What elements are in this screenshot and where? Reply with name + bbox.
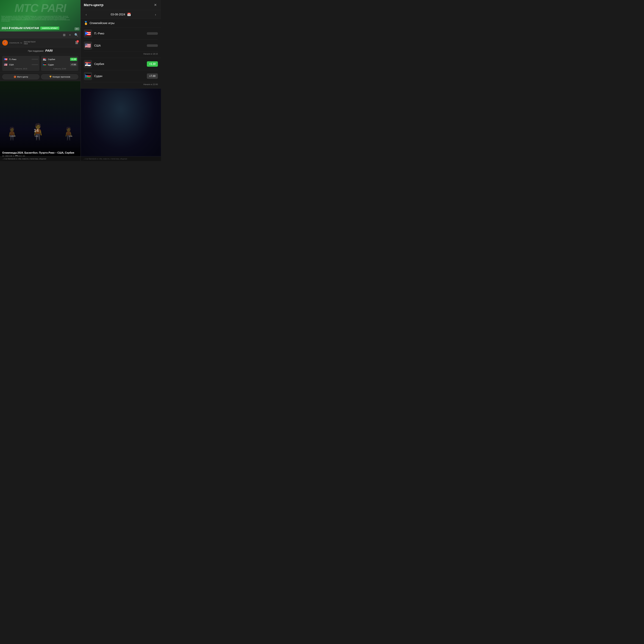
banner-promo-btn[interactable]: ЗАБРАТЬ ФРИБЕТ — [40, 27, 59, 30]
banner: МТС РАRI Реклама. Рекламодатель: ООО «БК… — [0, 0, 81, 31]
detail-flag-usa: 🇺🇸 — [84, 42, 92, 50]
left-panel: МТС РАRI Реклама. Рекламодатель: ООО «БК… — [0, 0, 81, 161]
match-cards: 🇵🇷 П.-Рико 🇺🇸 США 3 августа, 18:15 🇷🇸 Се… — [0, 54, 81, 73]
date-text: 03-08-2024 — [111, 13, 125, 16]
site-sport: БАСКЕТБОЛ НБА — [24, 41, 36, 45]
site-header: 🏀 SLAMDUNK.RU БАСКЕТБОЛ НБА ☰ 3 — [0, 38, 81, 47]
jersey-14: 14 — [34, 128, 39, 133]
detail-odd-serbia[interactable]: +1.10 — [147, 61, 158, 67]
player-silhouette-3: 🧍 — [61, 126, 76, 141]
team-name-usa: США — [9, 64, 30, 66]
team-name-serbia: Сербия — [48, 58, 69, 61]
match-card-1: 🇵🇷 П.-Рико 🇺🇸 США 3 августа, 18:15 — [2, 56, 39, 71]
date-display: 03-08-2024 📅 — [111, 13, 131, 16]
search-icon[interactable]: 🔍 — [74, 33, 78, 37]
team-odd-usa[interactable] — [32, 64, 38, 65]
article-footer-bar: ...л на Slamdunk.ru: нба, новости, стати… — [0, 156, 81, 161]
match-team-puerto-rico: 🇵🇷 П.-Рико — [3, 57, 38, 61]
bottom-buttons: 🏀 Матч-центр 🏆 Конкурс прогнозов — [0, 73, 81, 81]
detail-name-sudan: Судан — [94, 75, 145, 78]
article-footer-text: ...л на Slamdunk.ru: нба, новости, стати… — [2, 158, 46, 160]
match-time-detail-1: Начало в 18:15 — [84, 52, 158, 55]
support-text: При поддержке — [28, 50, 44, 52]
right-bottom-area — [81, 89, 161, 156]
menu-badge: 3 — [76, 40, 79, 43]
match-team-serbia: 🇷🇸 Сербия +1.10 — [42, 57, 77, 61]
banner-bg-text: МТС РАRI — [0, 2, 81, 14]
modal-title: Матч-центр — [84, 3, 103, 7]
detail-name-serbia: Сербия — [94, 62, 145, 66]
trophy-icon: 🏆 — [49, 76, 52, 78]
jersey-usa-2: USA — [69, 135, 72, 137]
support-section: При поддержке РАRI — [0, 47, 81, 54]
menu-button[interactable]: ☰ 3 — [75, 41, 78, 45]
modal-close-button[interactable]: ✕ — [153, 3, 158, 8]
detail-team-sudan: 🇸🇸 Судан +7.00 — [84, 70, 158, 82]
site-logo-icon: 🏀 — [2, 40, 8, 46]
date-nav: ‹ 03-08-2024 📅 › — [81, 10, 161, 19]
basketball-icon: 🏀 — [14, 76, 16, 78]
calendar-button[interactable]: 📅 — [127, 13, 131, 16]
team-odd-sudan[interactable]: +7.00 — [70, 63, 77, 66]
modal-footer: ...л на Slamdunk.ru: нба, новости, стати… — [81, 156, 161, 161]
serbia-flag: 🇷🇸 — [42, 57, 47, 61]
right-panel: Матч-центр ✕ ‹ 03-08-2024 📅 › 🏅 Олимпийс… — [81, 0, 161, 161]
match-group-1: 🇵🇷 П.-Рико 🇺🇸 США Начало в 18:15 — [81, 28, 161, 58]
detail-flag-sudan: 🇸🇸 — [84, 72, 92, 80]
detail-name-usa: США — [94, 44, 145, 47]
match-time-2: 3 августа, 22:00 — [42, 68, 77, 70]
site-logo-text: SLAMDUNK.RU — [9, 42, 22, 44]
match-center-button[interactable]: 🏀 Матч-центр — [2, 74, 39, 79]
site-name: SLAMDUNK.RU — [9, 42, 22, 44]
match-time-1: 3 августа, 18:15 — [3, 68, 38, 70]
site-sport-area: БАСКЕТБОЛ НБА — [24, 41, 36, 45]
detail-team-usa: 🇺🇸 США — [84, 40, 158, 52]
banner-promo-text: 2024 ₽ НОВЫМ КЛИЕНТАМ — [2, 26, 39, 30]
olympics-rings-icon: 🏅 — [84, 21, 88, 25]
document-icon[interactable]: ⊞ — [63, 33, 66, 37]
usa-flag: 🇺🇸 — [3, 62, 8, 67]
footer-text-right: ...л на Slamdunk.ru: нба, новости, стати… — [83, 158, 127, 160]
team-name-puerto-rico: П.-Рико — [9, 58, 30, 61]
close-icon: ✕ — [154, 3, 157, 7]
jersey-usa-1: USA — [35, 135, 38, 137]
detail-odd-puerto-rico[interactable] — [147, 32, 158, 35]
detail-team-serbia: 🇷🇸 Сербия +1.10 — [84, 58, 158, 70]
contest-button[interactable]: 🏆 Конкурс прогнозов — [41, 74, 78, 79]
jersey-curry: CURRY — [10, 135, 16, 137]
detail-name-puerto-rico: П.-Рико — [94, 32, 145, 35]
site-logo-area: 🏀 SLAMDUNK.RU БАСКЕТБОЛ НБА — [2, 40, 36, 46]
detail-flag-puerto-rico: 🇵🇷 — [84, 29, 92, 38]
player-silhouette-1: 🧍 — [4, 126, 20, 141]
prev-date-button[interactable]: ‹ — [84, 12, 89, 17]
banner-fine-print: Реклама. Рекламодатель: ООО «БК «ПАРИ» (… — [1, 16, 71, 22]
sudan-flag: 🇸🇸 — [42, 62, 47, 67]
match-center-label: Матч-центр — [17, 76, 28, 78]
contest-label: Конкурс прогнозов — [53, 76, 70, 78]
team-odd-puerto-rico[interactable] — [32, 59, 38, 60]
plus-icon[interactable]: ＋ — [68, 33, 72, 37]
match-card-2: 🇷🇸 Сербия +1.10 🇸🇸 Судан +7.00 3 августа… — [41, 56, 78, 71]
detail-odd-usa[interactable] — [147, 44, 158, 47]
match-team-usa: 🇺🇸 США — [3, 62, 38, 67]
tournament-header: 🏅 Олимпийские игры — [81, 19, 161, 28]
match-team-sudan: 🇸🇸 Судан +7.00 — [42, 62, 77, 67]
match-time-detail-2: Начало в 22:00 — [84, 82, 158, 86]
nav-bar: ⊞ ＋ 🔍 — [0, 31, 81, 38]
puerto-rico-flag: 🇵🇷 — [3, 57, 8, 61]
detail-team-puerto-rico: 🇵🇷 П.-Рико — [84, 28, 158, 40]
banner-promo: 2024 ₽ НОВЫМ КЛИЕНТАМ ЗАБРАТЬ ФРИБЕТ — [2, 26, 79, 30]
team-name-sudan: Судан — [48, 64, 69, 66]
detail-flag-serbia: 🇷🇸 — [84, 60, 92, 68]
banner-age: 18+ — [75, 28, 79, 30]
detail-odd-sudan[interactable]: +7.00 — [147, 73, 158, 79]
chevron-left-icon: ‹ — [86, 13, 87, 16]
support-logo: РАRI — [45, 49, 53, 53]
team-odd-serbia[interactable]: +1.10 — [70, 58, 77, 61]
next-date-button[interactable]: › — [153, 12, 158, 17]
match-group-2: 🇷🇸 Сербия +1.10 🇸🇸 Судан +7.00 Начало в … — [81, 58, 161, 89]
modal-header: Матч-центр ✕ — [81, 0, 161, 10]
blurred-background — [81, 89, 161, 156]
site-logo-wrapper: SLAMDUNK.RU — [9, 42, 22, 44]
calendar-icon: 📅 — [127, 13, 131, 16]
